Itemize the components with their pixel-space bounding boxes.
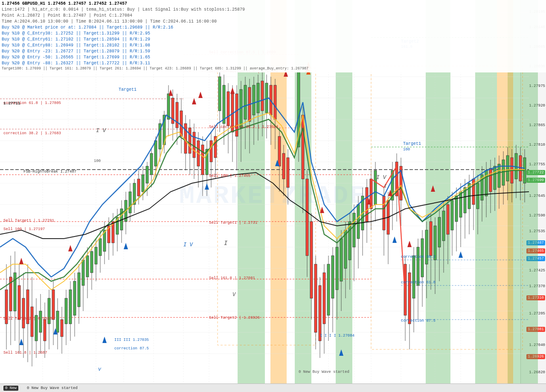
svg-rect-54 — [9, 277, 12, 311]
price-label-red2: 1.27310 — [526, 296, 545, 300]
svg-rect-284 — [511, 158, 513, 183]
svg-rect-270 — [481, 175, 483, 200]
svg-rect-100 — [107, 226, 110, 243]
svg-text:Sell correction 38.2 | 1.27684: Sell correction 38.2 | 1.27684 — [209, 125, 278, 129]
watermark: MARKETZRADE — [179, 182, 367, 210]
svg-rect-268 — [476, 183, 479, 209]
svg-rect-166 — [248, 87, 251, 121]
svg-marker-298 — [392, 236, 397, 243]
new-badge: 0 New — [3, 386, 18, 391]
svg-rect-182 — [282, 153, 285, 179]
svg-text:V: V — [98, 367, 102, 372]
status-wave-label: 0 New Buy Wave started — [27, 386, 78, 390]
svg-rect-92 — [90, 251, 93, 273]
svg-rect-230 — [395, 162, 398, 196]
svg-text:Target1: Target1 — [119, 87, 136, 92]
price-label-13: 1.27370 — [529, 284, 545, 288]
svg-rect-252 — [442, 211, 445, 241]
svg-rect-272 — [485, 170, 488, 196]
svg-text:Sell Target2 | 0.9928: Sell Target2 | 0.9928 — [3, 317, 52, 321]
svg-text:correction 61.8 | 1.27805: correction 61.8 | 1.27805 — [3, 101, 61, 105]
svg-rect-256 — [451, 200, 453, 230]
svg-marker-304 — [198, 92, 203, 98]
info-line-12: Target100: 1.27699 || Target 161: 1.2807… — [2, 66, 544, 72]
svg-rect-282 — [506, 156, 509, 181]
svg-rect-150 — [214, 136, 217, 158]
svg-rect-194 — [314, 264, 317, 332]
svg-text:1.27711: 1.27711 — [3, 101, 20, 106]
svg-rect-98 — [103, 230, 106, 251]
info-line-4: Time A:2024.06.10 13:00:00 | Time B:2024… — [2, 19, 544, 25]
svg-rect-168 — [253, 85, 255, 115]
svg-text:V: V — [232, 292, 236, 298]
svg-rect-208 — [344, 230, 347, 268]
svg-rect-118 — [146, 166, 148, 183]
svg-rect-176 — [270, 85, 272, 115]
price-label-5: 1.27920 — [529, 104, 545, 108]
svg-rect-76 — [56, 311, 59, 332]
svg-text:correction 61.8: correction 61.8 — [401, 280, 436, 285]
svg-text:correction 87.5: correction 87.5 — [401, 319, 436, 323]
svg-text:Sell 100 | 1.27465: Sell 100 | 1.27465 — [209, 174, 250, 178]
svg-rect-274 — [489, 168, 492, 192]
svg-rect-178 — [274, 85, 276, 119]
svg-rect-90 — [86, 256, 89, 277]
svg-rect-210 — [349, 222, 351, 260]
svg-rect-68 — [39, 311, 42, 332]
svg-rect-58 — [18, 285, 20, 320]
svg-rect-160 — [235, 94, 238, 136]
price-label-14: 1.27205 — [529, 311, 545, 316]
info-line-10: Buy %20 @ Entry -50: 1.26565 || Target:1… — [2, 55, 544, 61]
svg-rect-200 — [327, 264, 330, 315]
svg-text:I V: I V — [96, 127, 107, 134]
svg-rect-70 — [44, 320, 46, 341]
svg-text:Target1: Target1 — [403, 141, 421, 146]
svg-rect-186 — [297, 70, 300, 147]
svg-rect-108 — [125, 200, 127, 222]
svg-rect-120 — [150, 153, 153, 175]
price-label-green1: 1.27722 — [526, 170, 545, 175]
svg-text:0 New Buy Wave started: 0 New Buy Wave started — [299, 370, 349, 374]
svg-text:100: 100 — [94, 159, 101, 163]
svg-marker-309 — [367, 198, 371, 205]
svg-rect-86 — [78, 273, 80, 307]
svg-rect-246 — [430, 222, 432, 256]
svg-rect-174 — [265, 83, 268, 113]
svg-marker-292 — [53, 328, 58, 334]
svg-rect-146 — [206, 149, 208, 175]
svg-rect-202 — [331, 256, 334, 298]
info-line-7: Buy %10 @ C_Entry61: 1.27102 || Target:1… — [2, 37, 544, 43]
svg-marker-291 — [19, 339, 23, 345]
svg-rect-216 — [361, 196, 364, 230]
price-label-15: 1.27040 — [529, 343, 545, 347]
svg-rect-154 — [223, 85, 225, 124]
svg-rect-258 — [455, 196, 458, 222]
svg-rect-236 — [408, 273, 411, 324]
svg-marker-312 — [431, 185, 435, 192]
svg-marker-308 — [320, 207, 324, 213]
svg-rect-112 — [133, 183, 136, 205]
svg-rect-142 — [197, 141, 200, 166]
svg-marker-296 — [275, 160, 279, 166]
svg-rect-266 — [472, 179, 475, 205]
svg-rect-254 — [447, 205, 449, 234]
svg-marker-294 — [124, 243, 128, 249]
svg-rect-74 — [52, 290, 55, 320]
svg-rect-35 — [218, 68, 316, 345]
svg-rect-170 — [257, 83, 259, 113]
svg-rect-60 — [22, 298, 25, 328]
svg-rect-116 — [142, 175, 144, 192]
svg-rect-96 — [99, 239, 102, 256]
info-line-2: Line:1472 | h1_atr_c:0: 0.0014 | tema_h1… — [2, 7, 544, 13]
svg-text:correction 38.2: correction 38.2 — [401, 255, 436, 259]
svg-rect-122 — [154, 141, 157, 166]
svg-rect-128 — [167, 94, 170, 119]
svg-rect-196 — [319, 285, 321, 341]
svg-rect-192 — [310, 222, 313, 298]
price-label-red3: 1.27081 — [526, 327, 545, 331]
info-line-5: Buy %20 @ Market price or at: 1.27084 ||… — [2, 25, 544, 31]
svg-text:I: I — [224, 240, 228, 247]
svg-rect-132 — [176, 102, 178, 128]
price-label-12: 1.27425 — [529, 268, 545, 273]
price-label-8: 1.27755 — [529, 162, 545, 167]
